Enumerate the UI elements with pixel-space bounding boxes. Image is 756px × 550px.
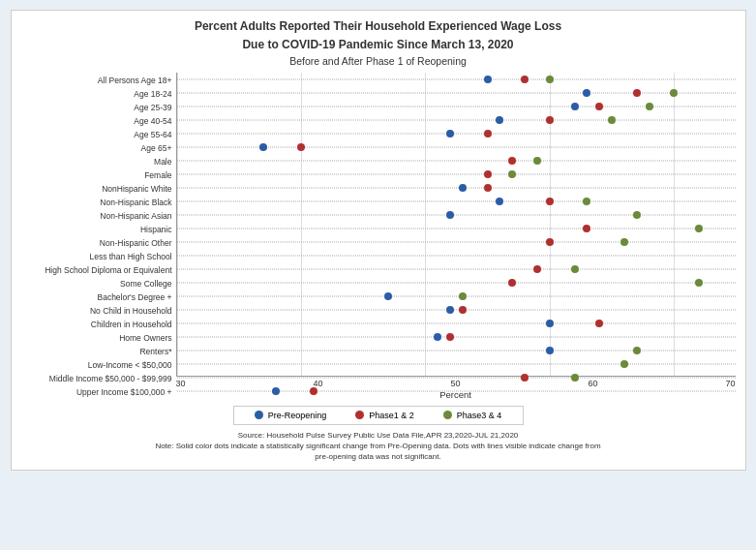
y-label: Non-Hispanic Asian xyxy=(21,210,172,224)
data-row xyxy=(177,168,736,181)
pre-dot xyxy=(384,292,392,300)
dotted-line xyxy=(177,363,736,364)
pre-dot xyxy=(571,103,579,110)
footer-source: Source: Household Pulse Survey Public Us… xyxy=(21,430,736,463)
p34-dot xyxy=(620,238,628,246)
dotted-line xyxy=(177,160,736,161)
legend-item: Phase3 & 4 xyxy=(443,411,502,420)
p12-dot xyxy=(521,76,529,83)
p34-dot xyxy=(583,198,590,205)
pre-dot xyxy=(446,211,454,219)
p12-dot xyxy=(533,265,541,273)
data-row xyxy=(177,303,736,317)
pre-dot xyxy=(259,143,267,151)
data-row xyxy=(177,73,736,86)
p34-dot xyxy=(620,360,628,368)
p34-dot xyxy=(533,157,541,165)
p12-dot xyxy=(546,238,554,246)
plot-area xyxy=(176,73,736,377)
dotted-line xyxy=(177,200,736,201)
dotted-line xyxy=(177,350,736,351)
data-row xyxy=(177,113,736,127)
chart-area: All Persons Age 18+Age 18-24Age 25-39Age… xyxy=(21,73,736,400)
y-label: Less than High School xyxy=(21,251,172,264)
p34-dot xyxy=(695,279,703,287)
p12-dot xyxy=(583,225,590,232)
data-row xyxy=(177,222,736,235)
y-label: Non-Hispanic Black xyxy=(21,197,172,210)
p12-dot xyxy=(484,130,492,138)
legend-dot xyxy=(443,411,452,419)
legend: Pre-ReopeningPhase1 & 2Phase3 & 4 xyxy=(233,406,524,425)
p34-dot xyxy=(459,292,467,300)
y-label: Male xyxy=(21,156,172,169)
pre-dot xyxy=(272,387,280,395)
data-row xyxy=(177,276,736,290)
y-label: NonHispanic White xyxy=(21,183,172,197)
pre-dot xyxy=(496,116,503,124)
p12-dot xyxy=(484,170,492,178)
p12-dot xyxy=(297,143,305,151)
legend-label: Phase1 & 2 xyxy=(369,411,414,420)
data-row xyxy=(177,235,736,249)
legend-item: Pre-Reopening xyxy=(255,411,327,420)
data-row xyxy=(177,344,736,357)
dotted-line xyxy=(177,377,736,378)
legend-dot xyxy=(355,411,364,419)
y-label: Age 40-54 xyxy=(21,115,172,129)
dotted-line xyxy=(177,241,736,242)
data-row xyxy=(177,127,736,140)
y-axis-labels: All Persons Age 18+Age 18-24Age 25-39Age… xyxy=(21,73,176,400)
data-row xyxy=(177,384,736,398)
p12-dot xyxy=(446,333,454,341)
data-row xyxy=(177,154,736,168)
pre-dot xyxy=(459,184,467,192)
pre-dot xyxy=(434,333,441,341)
y-label: Age 18-24 xyxy=(21,88,172,102)
data-row xyxy=(177,100,736,113)
dotted-line xyxy=(177,268,736,269)
dotted-line xyxy=(177,119,736,120)
dotted-line xyxy=(177,336,736,337)
p34-dot xyxy=(608,116,616,124)
data-row xyxy=(177,208,736,222)
pre-dot xyxy=(446,306,454,314)
data-row xyxy=(177,262,736,276)
y-label: Low-Income < $50,000 xyxy=(21,359,172,373)
y-label: Hispanic xyxy=(21,224,172,237)
p34-dot xyxy=(571,265,579,273)
dotted-line xyxy=(177,173,736,174)
data-row xyxy=(177,357,736,371)
y-label: Renters* xyxy=(21,346,172,359)
dotted-line xyxy=(177,214,736,215)
data-row xyxy=(177,140,736,154)
y-label: Age 25-39 xyxy=(21,102,172,115)
chart-title-line2: Due to COVID-19 Pandemic Since March 13,… xyxy=(21,37,736,53)
dotted-line xyxy=(177,187,736,188)
data-row xyxy=(177,290,736,303)
data-row xyxy=(177,86,736,100)
legend-item: Phase1 & 2 xyxy=(355,411,414,420)
dotted-line xyxy=(177,228,736,229)
y-label: Middle Income $50,000 - $99,999 xyxy=(21,373,172,386)
dotted-line xyxy=(177,390,736,391)
y-label: All Persons Age 18+ xyxy=(21,75,172,88)
p12-dot xyxy=(633,89,641,97)
pre-dot xyxy=(496,198,503,205)
p34-dot xyxy=(695,225,703,232)
legend-label: Phase3 & 4 xyxy=(457,411,502,420)
p12-dot xyxy=(508,279,516,287)
y-label: Some College xyxy=(21,278,172,291)
data-row xyxy=(177,317,736,330)
p12-dot xyxy=(484,184,492,192)
data-row xyxy=(177,330,736,344)
y-label: Age 55-64 xyxy=(21,129,172,142)
p34-dot xyxy=(546,76,554,83)
y-label: Home Owners xyxy=(21,332,172,346)
p12-dot xyxy=(595,320,603,327)
chart-subtitle: Before and After Phase 1 of Reopening xyxy=(21,55,736,67)
data-row xyxy=(177,371,736,384)
data-row xyxy=(177,181,736,195)
p34-dot xyxy=(633,347,641,354)
pre-dot xyxy=(546,320,554,327)
